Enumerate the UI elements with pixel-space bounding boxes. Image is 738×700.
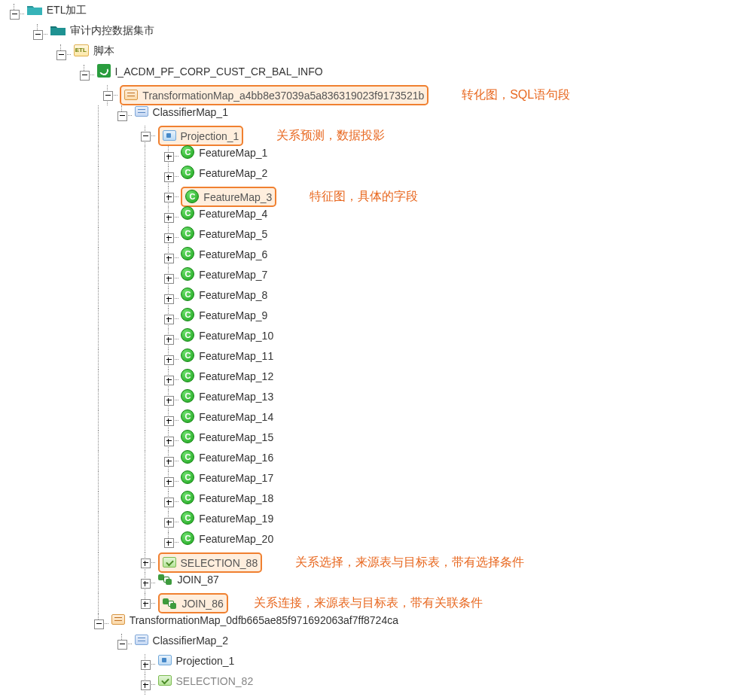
projection-icon bbox=[163, 130, 176, 141]
expand-toggle[interactable] bbox=[94, 619, 104, 629]
tree-node-etl[interactable]: ETL加工 bbox=[47, 4, 87, 16]
annotation-text: 关系选择，来源表与目标表，带有选择条件 bbox=[295, 555, 524, 568]
tree-node-transformationmap[interactable]: TransformationMap_0dfb665ae85f971692063a… bbox=[130, 614, 398, 626]
expand-toggle[interactable] bbox=[164, 274, 174, 284]
tree-node-classifiermap[interactable]: ClassifierMap_1 bbox=[153, 106, 228, 118]
tree-node-projection: Projection_1 bbox=[180, 130, 239, 142]
highlighted-node[interactable]: FeatureMap_3 bbox=[181, 187, 276, 207]
tree-node-featuremap[interactable]: FeatureMap_19 bbox=[199, 513, 273, 525]
transformation-map-icon bbox=[124, 90, 138, 100]
tree-node-selection: SELECTION_88 bbox=[180, 557, 258, 569]
expand-toggle[interactable] bbox=[164, 152, 174, 162]
expand-toggle[interactable] bbox=[164, 315, 174, 324]
feature-map-icon bbox=[181, 511, 194, 525]
expand-toggle[interactable] bbox=[141, 599, 151, 609]
tree-node-featuremap[interactable]: FeatureMap_13 bbox=[199, 391, 273, 403]
selection-icon bbox=[158, 675, 172, 686]
expand-toggle[interactable] bbox=[164, 294, 174, 304]
feature-map-icon bbox=[181, 206, 194, 220]
expand-toggle[interactable] bbox=[117, 640, 127, 650]
transformation-map-icon bbox=[111, 614, 125, 625]
tree-node-featuremap[interactable]: FeatureMap_5 bbox=[199, 228, 267, 240]
expand-toggle[interactable] bbox=[164, 376, 174, 385]
folder-icon bbox=[27, 5, 42, 15]
expand-toggle[interactable] bbox=[103, 91, 113, 101]
feature-map-icon bbox=[181, 470, 194, 484]
expand-toggle[interactable] bbox=[164, 396, 174, 406]
expand-toggle[interactable] bbox=[164, 233, 174, 243]
refresh-icon bbox=[97, 64, 111, 78]
tree-node-transformationmap: TransformationMap_a4bb8e37039a5a83631902… bbox=[142, 90, 424, 102]
expand-toggle[interactable] bbox=[10, 10, 20, 20]
tree-node-featuremap[interactable]: FeatureMap_8 bbox=[199, 289, 267, 301]
feature-map-icon bbox=[181, 145, 194, 159]
projection-icon bbox=[158, 655, 172, 665]
feature-map-icon bbox=[181, 328, 194, 342]
annotation-text: 特征图，具体的字段 bbox=[310, 190, 418, 202]
folder-icon bbox=[50, 25, 66, 35]
expand-toggle[interactable] bbox=[164, 477, 174, 487]
annotation-text: 转化图，SQL语句段 bbox=[462, 88, 570, 101]
tree-node-featuremap[interactable]: FeatureMap_2 bbox=[199, 167, 267, 179]
highlighted-node[interactable]: SELECTION_88 bbox=[158, 552, 263, 573]
expand-toggle[interactable] bbox=[164, 538, 174, 548]
expand-toggle[interactable] bbox=[164, 172, 174, 182]
tree-node-featuremap[interactable]: FeatureMap_18 bbox=[199, 492, 273, 504]
expand-toggle[interactable] bbox=[141, 132, 151, 142]
tree-node-projection[interactable]: Projection_1 bbox=[175, 655, 234, 667]
tree-node-featuremap[interactable]: FeatureMap_7 bbox=[199, 269, 267, 281]
feature-map-icon bbox=[181, 409, 194, 423]
tree-node-featuremap[interactable]: FeatureMap_10 bbox=[199, 330, 273, 342]
join-icon bbox=[158, 573, 173, 585]
feature-map-icon bbox=[181, 369, 194, 382]
tree-node-script[interactable]: 脚本 bbox=[93, 44, 114, 56]
tree-node-featuremap[interactable]: FeatureMap_6 bbox=[199, 248, 267, 260]
expand-toggle[interactable] bbox=[164, 335, 174, 345]
expand-toggle[interactable] bbox=[164, 355, 174, 365]
expand-toggle[interactable] bbox=[80, 71, 90, 81]
tree-node-featuremap[interactable]: FeatureMap_4 bbox=[199, 208, 267, 220]
expand-toggle[interactable] bbox=[164, 213, 174, 223]
expand-toggle[interactable] bbox=[164, 254, 174, 263]
tree-node-featuremap[interactable]: FeatureMap_11 bbox=[199, 350, 273, 362]
expand-toggle[interactable] bbox=[164, 416, 174, 426]
expand-toggle[interactable] bbox=[141, 558, 151, 568]
expand-toggle[interactable] bbox=[141, 660, 151, 670]
tree-node-featuremap[interactable]: FeatureMap_15 bbox=[199, 431, 273, 443]
tree-node-datamart[interactable]: 审计内控数据集市 bbox=[70, 24, 154, 36]
tree-node-featuremap[interactable]: FeatureMap_9 bbox=[199, 309, 267, 321]
tree-node-featuremap[interactable]: FeatureMap_20 bbox=[199, 533, 273, 545]
feature-map-icon bbox=[181, 288, 194, 301]
feature-map-icon bbox=[181, 491, 194, 504]
tree-node-classifiermap[interactable]: ClassifierMap_2 bbox=[153, 635, 228, 647]
expand-toggle[interactable] bbox=[141, 680, 151, 690]
feature-map-icon bbox=[181, 267, 194, 281]
expand-toggle[interactable] bbox=[164, 437, 174, 446]
classifier-map-icon bbox=[135, 635, 148, 645]
expand-toggle[interactable] bbox=[56, 50, 66, 60]
feature-map-icon bbox=[181, 389, 194, 403]
tree-node-featuremap[interactable]: FeatureMap_17 bbox=[199, 472, 273, 484]
feature-map-icon bbox=[181, 348, 194, 362]
expand-toggle[interactable] bbox=[117, 111, 127, 121]
expand-toggle[interactable] bbox=[164, 457, 174, 467]
tree-node-job[interactable]: I_ACDM_PF_CORP_CUST_CR_BAL_INFO bbox=[114, 65, 322, 78]
tree-node-featuremap[interactable]: FeatureMap_14 bbox=[199, 411, 273, 423]
expand-toggle[interactable] bbox=[141, 579, 151, 589]
tree-node-featuremap[interactable]: FeatureMap_12 bbox=[199, 370, 273, 382]
expand-toggle[interactable] bbox=[164, 498, 174, 507]
selection-icon bbox=[163, 557, 176, 568]
annotation-text: 关系预测，数据投影 bbox=[276, 129, 385, 142]
tree-node-featuremap[interactable]: FeatureMap_1 bbox=[199, 147, 267, 159]
expand-toggle[interactable] bbox=[33, 30, 43, 40]
expand-toggle[interactable] bbox=[164, 518, 174, 528]
tree-node-featuremap[interactable]: FeatureMap_16 bbox=[199, 452, 273, 464]
etl-script-icon bbox=[74, 44, 89, 56]
highlighted-node[interactable]: Projection_1 bbox=[158, 126, 244, 146]
expand-toggle[interactable] bbox=[164, 193, 174, 202]
tree-node-selection[interactable]: SELECTION_82 bbox=[175, 675, 253, 687]
highlighted-node[interactable]: TransformationMap_a4bb8e37039a5a83631902… bbox=[120, 85, 428, 105]
tree-node-join[interactable]: JOIN_87 bbox=[177, 574, 218, 586]
tree-node-join: JOIN_86 bbox=[181, 598, 223, 610]
highlighted-node[interactable]: JOIN_86 bbox=[158, 593, 228, 613]
